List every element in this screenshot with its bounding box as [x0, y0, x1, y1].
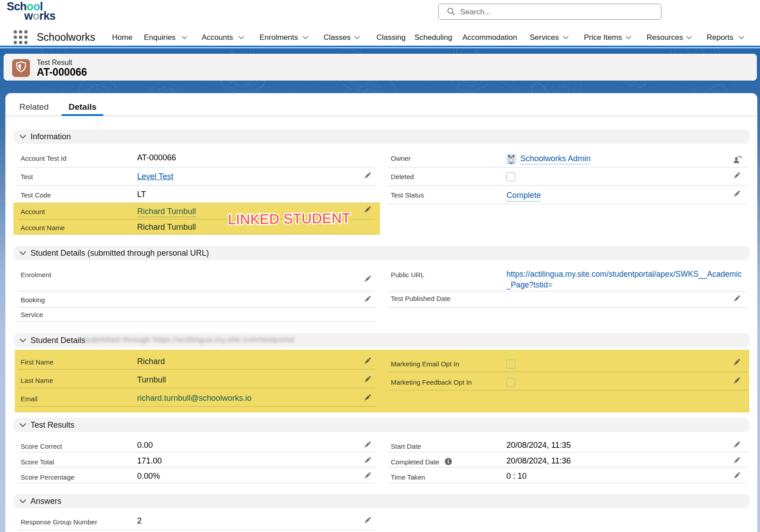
svg-text:LINKED STUDENT: LINKED STUDENT [228, 210, 351, 227]
